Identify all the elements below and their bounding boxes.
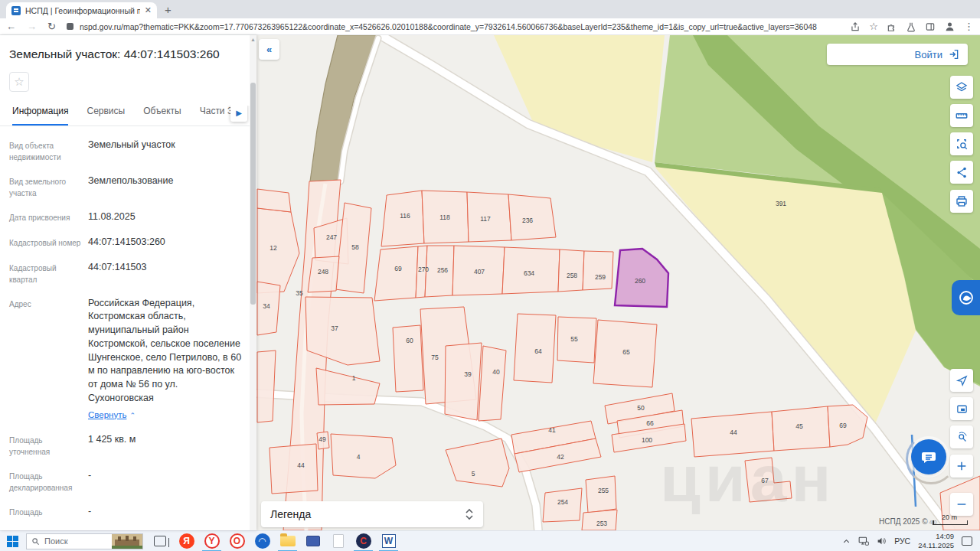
- login-button[interactable]: Войти: [827, 44, 968, 65]
- back-icon[interactable]: ←: [6, 21, 16, 32]
- taskbar-app-pc-devices[interactable]: [305, 533, 321, 549]
- bookmark-star-icon[interactable]: ☆: [869, 21, 878, 32]
- parcel[interactable]: [257, 189, 291, 212]
- parcel-label: 5: [472, 470, 475, 478]
- opera-icon: O: [230, 533, 245, 549]
- layers-icon: [955, 80, 969, 94]
- network-display-icon[interactable]: [858, 536, 869, 546]
- parcel[interactable]: [393, 325, 423, 392]
- field-label: Адрес: [9, 297, 83, 422]
- tab-1[interactable]: Информация: [12, 106, 68, 126]
- favorite-star-button[interactable]: ☆: [9, 72, 29, 92]
- chat-assistant-button[interactable]: [911, 439, 946, 474]
- taskbar-app-consultant[interactable]: C: [355, 533, 371, 549]
- login-label: Войти: [915, 49, 942, 60]
- notification-center-icon[interactable]: [962, 536, 972, 546]
- url-text[interactable]: nspd.gov.ru/map?thematic=PKK&zoom=17.770…: [80, 22, 849, 31]
- parcel[interactable]: [586, 476, 616, 513]
- extensions-puzzle-icon[interactable]: [887, 21, 897, 32]
- tabs-scroll-right-button[interactable]: ▶: [230, 106, 247, 122]
- browser-tab[interactable]: НСПД | Геоинформационный п ✕: [6, 2, 157, 18]
- new-tab-button[interactable]: +: [165, 3, 172, 16]
- measure-button[interactable]: [950, 104, 973, 127]
- parcel[interactable]: [270, 444, 318, 494]
- parcel-label: 236: [522, 217, 533, 224]
- tab-3[interactable]: Объекты: [143, 106, 181, 126]
- parcel[interactable]: [257, 350, 276, 422]
- assistant-mascot-tab[interactable]: [952, 280, 980, 315]
- field-value: 44:07:141503:260: [88, 236, 246, 249]
- taskbar-clock[interactable]: 14:09 24.11.2025: [918, 532, 954, 550]
- volume-icon[interactable]: [877, 536, 887, 546]
- task-view-button[interactable]: [154, 536, 166, 546]
- taskbar-apps: ЯYO◠CW: [178, 533, 397, 549]
- site-security-icon[interactable]: [67, 23, 74, 30]
- tab-close-icon[interactable]: ✕: [145, 5, 152, 15]
- parcel-label: 4: [357, 453, 361, 461]
- chat-bubble-icon: [920, 448, 938, 466]
- minus-icon: [956, 498, 968, 510]
- legend-label: Легенда: [270, 508, 311, 520]
- parcel[interactable]: [374, 246, 418, 301]
- layers-button[interactable]: [950, 76, 973, 99]
- yandex-browser-icon: Y: [204, 533, 220, 549]
- parcel[interactable]: [558, 249, 584, 292]
- hidden-icons-chevron-icon[interactable]: [842, 537, 851, 546]
- taskbar-app-opera[interactable]: O: [229, 533, 245, 549]
- print-button[interactable]: [950, 190, 973, 213]
- menu-kebab-icon[interactable]: ⋮: [964, 21, 974, 32]
- language-indicator[interactable]: РУС: [894, 536, 910, 546]
- share-icon[interactable]: [850, 21, 861, 32]
- taskbar-search-input[interactable]: Поиск: [26, 533, 143, 549]
- zoom-out-button[interactable]: [950, 493, 973, 516]
- clock-time: 14:09: [918, 532, 954, 541]
- parcel-label: 75: [431, 354, 439, 361]
- forward-icon[interactable]: →: [27, 21, 37, 32]
- taskbar-app-yandex-browser[interactable]: Y: [204, 533, 220, 549]
- parcel[interactable]: [583, 251, 613, 290]
- taskbar-app-yandex[interactable]: Я: [178, 533, 194, 549]
- parcel-label: 41: [548, 426, 556, 434]
- collapse-address-link[interactable]: Свернуть⌃: [88, 409, 136, 421]
- legend-bar[interactable]: Легенда: [261, 501, 483, 527]
- plus-icon: [956, 460, 968, 472]
- search-object-button[interactable]: [950, 425, 973, 448]
- split-window-icon[interactable]: [925, 21, 936, 32]
- parcel-info-panel: Земельный участок: 44:07:141503:260 ☆ Ин…: [0, 35, 256, 530]
- parcel-label: 259: [595, 273, 606, 281]
- field-value: 1 425 кв. м: [88, 433, 246, 458]
- taskbar-app-file-explorer[interactable]: [279, 533, 296, 549]
- yandex-icon: Я: [179, 533, 194, 549]
- map-viewport[interactable]: циан116118117236692702564076342582592601…: [256, 35, 980, 530]
- panel-scrollbar[interactable]: ▲: [250, 35, 256, 530]
- expand-collapse-icon[interactable]: [465, 508, 474, 520]
- search-widget-image[interactable]: [112, 534, 142, 549]
- map-canvas[interactable]: циан116118117236692702564076342582592601…: [256, 35, 980, 530]
- lab-icon[interactable]: [906, 21, 916, 32]
- collapse-panel-button[interactable]: «: [259, 39, 279, 60]
- start-button[interactable]: [7, 536, 18, 547]
- field-row: Площадь декларированная-: [9, 469, 246, 494]
- scrollbar-thumb[interactable]: [250, 83, 256, 305]
- parcel-label: 116: [400, 212, 410, 220]
- geolocation-button[interactable]: [950, 369, 973, 392]
- tab-2[interactable]: Сервисы: [87, 106, 125, 126]
- parcel[interactable]: [445, 343, 482, 420]
- field-row: Вид земельного участкаЗемлепользование: [9, 174, 246, 199]
- profile-avatar-icon[interactable]: [944, 21, 956, 32]
- taskbar-app-word[interactable]: W: [381, 533, 397, 549]
- parcel-label: 58: [351, 243, 359, 251]
- field-value: Российская Федерация, Костромская област…: [88, 297, 246, 422]
- parcel-label: 69: [839, 422, 847, 429]
- reload-icon[interactable]: ↻: [47, 21, 56, 32]
- parcel[interactable]: [331, 434, 396, 478]
- share-map-button[interactable]: [950, 161, 973, 184]
- taskbar-app-document[interactable]: [330, 533, 346, 549]
- taskbar-app-browser-blue-swirl[interactable]: ◠: [254, 533, 270, 549]
- select-area-button[interactable]: [950, 132, 973, 155]
- clock-date: 24.11.2025: [918, 541, 954, 550]
- minimap-button[interactable]: [950, 397, 973, 420]
- page-title: Земельный участок: 44:07:141503:260: [0, 35, 256, 61]
- scrollbar-up-icon[interactable]: ▲: [250, 37, 256, 42]
- share-nodes-icon: [956, 166, 969, 179]
